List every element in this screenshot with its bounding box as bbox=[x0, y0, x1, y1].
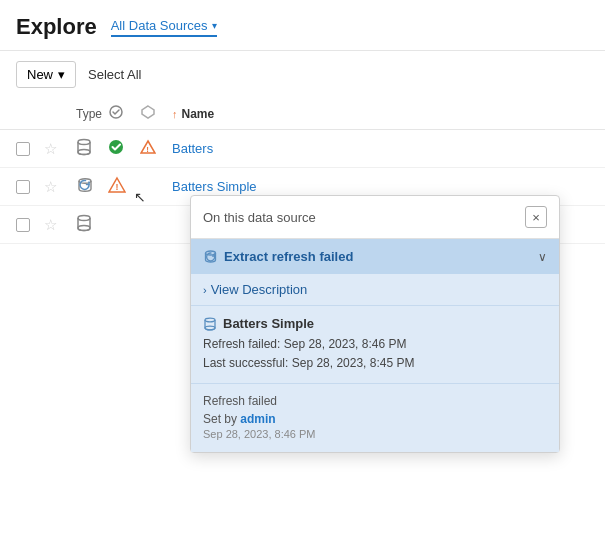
svg-point-10 bbox=[78, 216, 90, 221]
star-icon[interactable]: ☆ bbox=[44, 178, 76, 196]
svg-marker-1 bbox=[142, 106, 154, 118]
new-button[interactable]: New ▾ bbox=[16, 61, 76, 88]
star-icon[interactable]: ☆ bbox=[44, 140, 76, 158]
footer-timestamp: Sep 28, 2023, 8:46 PM bbox=[203, 428, 547, 440]
col-name-label: Name bbox=[182, 107, 215, 121]
toolbar: New ▾ Select All bbox=[0, 51, 605, 98]
popup-item-header: Batters Simple bbox=[203, 316, 547, 331]
svg-point-14 bbox=[205, 326, 215, 330]
type-icon-refresh bbox=[76, 176, 108, 197]
col-datasource-icon bbox=[140, 104, 172, 123]
refresh-warning-icon bbox=[203, 249, 218, 264]
svg-point-2 bbox=[78, 140, 90, 145]
view-description-label: View Description bbox=[211, 282, 308, 297]
footer-setby-prefix: Set by bbox=[203, 412, 240, 426]
col-name-header: ↑ Name bbox=[172, 107, 589, 121]
status-check-icon bbox=[108, 139, 140, 158]
svg-point-3 bbox=[78, 150, 90, 155]
popup-body: Extract refresh failed ∨ › View Descript… bbox=[191, 239, 559, 452]
popup-close-button[interactable]: × bbox=[525, 206, 547, 228]
footer-admin-link[interactable]: admin bbox=[240, 412, 275, 426]
popup-footer: Refresh failed Set by admin Sep 28, 2023… bbox=[191, 383, 559, 452]
type-icon-empty bbox=[76, 214, 108, 235]
popup-header: On this data source × bbox=[191, 196, 559, 239]
view-description-row[interactable]: › View Description bbox=[191, 274, 559, 306]
page-header: Explore All Data Sources ▾ bbox=[0, 0, 605, 51]
svg-text:!: ! bbox=[116, 182, 119, 192]
popup-item: Batters Simple Refresh failed: Sep 28, 2… bbox=[191, 306, 559, 383]
popup-panel: On this data source × Extract refresh fa… bbox=[190, 195, 560, 453]
table-row: ☆ ! Batters bbox=[0, 130, 605, 168]
datasource-warning-icon: ! bbox=[140, 139, 172, 158]
type-icon bbox=[76, 138, 108, 159]
footer-status-label: Refresh failed bbox=[203, 394, 547, 408]
datasource-dropdown[interactable]: All Data Sources ▾ bbox=[111, 18, 217, 37]
footer-setby: Set by admin bbox=[203, 412, 547, 426]
new-button-arrow: ▾ bbox=[58, 67, 65, 82]
svg-text:!: ! bbox=[146, 145, 149, 154]
page-title: Explore bbox=[16, 14, 97, 40]
datasource-label: All Data Sources bbox=[111, 18, 208, 33]
section-title-text: Extract refresh failed bbox=[224, 249, 353, 264]
svg-point-11 bbox=[78, 226, 90, 231]
popup-header-text: On this data source bbox=[203, 210, 316, 225]
sort-arrow-icon: ↑ bbox=[172, 108, 178, 120]
popup-section-header[interactable]: Extract refresh failed ∨ bbox=[191, 239, 559, 274]
item-last-successful: Last successful: Sep 28, 2023, 8:45 PM bbox=[203, 354, 547, 373]
row-name-batters-simple[interactable]: Batters Simple bbox=[172, 179, 589, 194]
item-refresh-failed: Refresh failed: Sep 28, 2023, 8:46 PM bbox=[203, 335, 547, 354]
expand-icon: ∨ bbox=[538, 250, 547, 264]
popup-section-title: Extract refresh failed bbox=[203, 249, 353, 264]
select-all-button[interactable]: Select All bbox=[88, 67, 141, 82]
col-type: Type bbox=[76, 107, 108, 121]
col-status-icon bbox=[108, 104, 140, 123]
hover-warning-icon[interactable]: ! ↖ bbox=[108, 176, 140, 197]
item-name: Batters Simple bbox=[223, 316, 314, 331]
star-icon[interactable]: ☆ bbox=[44, 216, 76, 234]
row-checkbox[interactable] bbox=[16, 218, 30, 232]
row-name-batters[interactable]: Batters bbox=[172, 141, 589, 156]
chevron-down-icon: ▾ bbox=[212, 20, 217, 31]
svg-point-13 bbox=[205, 318, 215, 322]
table-header: Type ↑ Name bbox=[0, 98, 605, 130]
db-icon bbox=[203, 317, 217, 331]
row-checkbox[interactable] bbox=[16, 142, 30, 156]
cursor-icon: ↖ bbox=[134, 189, 146, 205]
new-button-label: New bbox=[27, 67, 53, 82]
row-checkbox[interactable] bbox=[16, 180, 30, 194]
svg-point-4 bbox=[109, 140, 123, 154]
chevron-right-icon: › bbox=[203, 284, 207, 296]
